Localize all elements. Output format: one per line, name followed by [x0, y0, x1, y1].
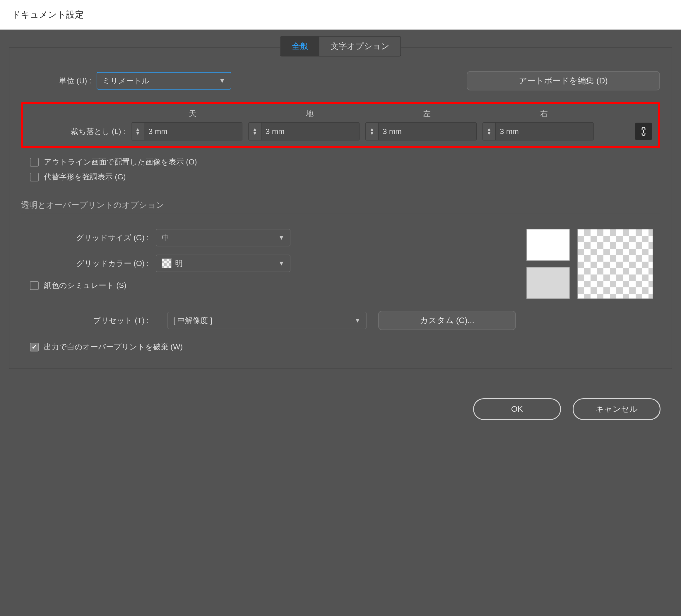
bleed-header-left: 左 [368, 108, 485, 119]
dialog-footer: OK キャンセル [9, 398, 672, 420]
grid-color-select[interactable]: 明 ▼ [156, 255, 291, 272]
discard-white-overprint-label: 出力で白のオーバープリントを破棄 (W) [44, 342, 183, 352]
units-select[interactable]: ミリメートル ▼ [97, 72, 231, 89]
swatch-white[interactable] [526, 229, 570, 261]
chevron-down-icon: ▼ [354, 317, 361, 324]
bleed-label: 裁ち落とし (L) : [29, 126, 131, 137]
outline-images-label: アウトライン画面で配置した画像を表示 (O) [44, 157, 197, 167]
tab-bar: 全般 文字オプション [280, 36, 401, 56]
link-icon [640, 127, 647, 136]
bleed-top-value: 3 mm [144, 123, 242, 140]
bleed-header-top: 天 [134, 108, 251, 119]
bleed-bottom-input[interactable]: ▲▼ 3 mm [248, 122, 359, 140]
stepper-arrows-icon[interactable]: ▲▼ [249, 123, 261, 140]
swatch-gray[interactable] [526, 267, 570, 299]
preset-select[interactable]: [ 中解像度 ] ▼ [168, 312, 367, 329]
grid-size-label: グリッドサイズ (G) : [21, 233, 156, 243]
chevron-down-icon: ▼ [219, 77, 225, 84]
stepper-arrows-icon[interactable]: ▲▼ [483, 123, 496, 140]
outline-images-checkbox[interactable] [30, 158, 39, 166]
bleed-header-right: 右 [485, 108, 603, 119]
dialog-title: ドキュメント設定 [0, 0, 681, 30]
grid-color-value: 明 [175, 258, 183, 268]
checker-icon [161, 258, 172, 268]
ok-button[interactable]: OK [473, 398, 561, 420]
bleed-left-value: 3 mm [379, 123, 476, 140]
chevron-down-icon: ▼ [278, 234, 284, 241]
cancel-button[interactable]: キャンセル [573, 398, 660, 420]
alt-glyphs-label: 代替字形を強調表示 (G) [44, 172, 126, 182]
link-values-button[interactable] [635, 123, 652, 140]
grid-size-value: 中 [161, 233, 169, 243]
simulate-paper-label: 紙色のシミュレート (S) [44, 280, 126, 290]
section-divider [21, 214, 660, 214]
chevron-down-icon: ▼ [278, 260, 284, 267]
dialog-body: 全般 文字オプション 単位 (U) : ミリメートル ▼ アートボードを編集 (… [0, 30, 681, 616]
grid-size-select[interactable]: 中 ▼ [156, 229, 291, 247]
stepper-arrows-icon[interactable]: ▲▼ [131, 123, 144, 140]
color-preview [526, 229, 653, 299]
stepper-arrows-icon[interactable]: ▲▼ [366, 123, 379, 140]
settings-panel: 全般 文字オプション 単位 (U) : ミリメートル ▼ アートボードを編集 (… [9, 47, 672, 369]
tab-general[interactable]: 全般 [281, 36, 320, 56]
bleed-right-input[interactable]: ▲▼ 3 mm [482, 122, 594, 140]
bleed-header-bottom: 地 [251, 108, 368, 119]
simulate-paper-checkbox[interactable] [30, 281, 39, 290]
grid-color-label: グリッドカラー (O) : [21, 258, 156, 268]
units-value: ミリメートル [102, 76, 150, 86]
bleed-right-value: 3 mm [496, 123, 594, 140]
transparency-section-title: 透明とオーバープリントのオプション [21, 200, 660, 211]
discard-white-overprint-checkbox[interactable] [30, 343, 39, 352]
units-label: 単位 (U) : [59, 76, 97, 86]
bleed-left-input[interactable]: ▲▼ 3 mm [365, 122, 477, 140]
checker-preview [577, 229, 653, 299]
bleed-bottom-value: 3 mm [261, 123, 359, 140]
preset-value: [ 中解像度 ] [173, 315, 212, 326]
bleed-top-input[interactable]: ▲▼ 3 mm [131, 122, 243, 140]
alt-glyphs-checkbox[interactable] [30, 173, 39, 181]
edit-artboard-button[interactable]: アートボードを編集 (D) [467, 71, 660, 91]
bleed-section: 天 地 左 右 裁ち落とし (L) : ▲▼ 3 mm ▲▼ 3 mm ▲▼ 3… [21, 102, 660, 148]
custom-button[interactable]: カスタム (C)... [378, 311, 516, 330]
preset-label: プリセット (T) : [21, 315, 156, 326]
tab-text-options[interactable]: 文字オプション [320, 36, 401, 56]
